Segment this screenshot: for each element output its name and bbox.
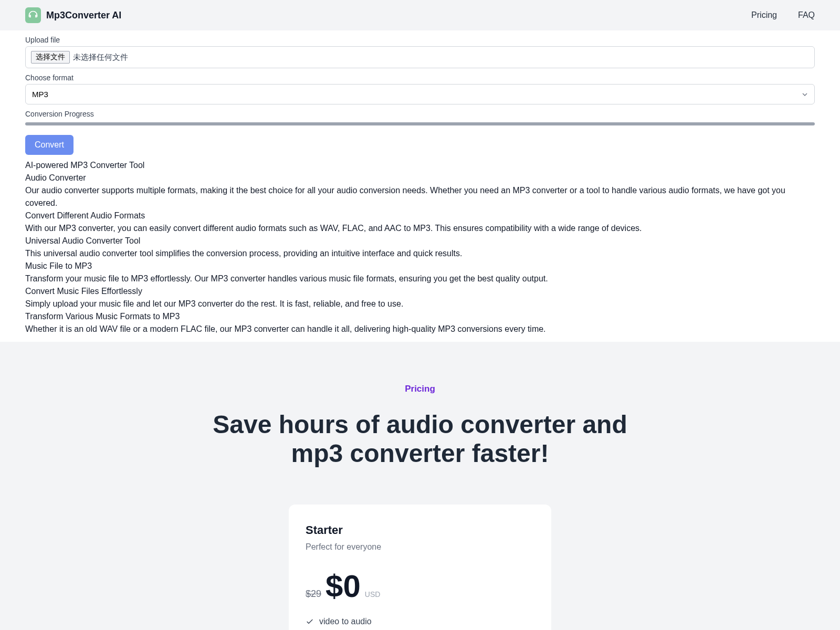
- currency: USD: [365, 590, 381, 598]
- old-price: $29: [306, 589, 321, 600]
- file-status-text: 未选择任何文件: [73, 52, 128, 62]
- brand[interactable]: Mp3Converter AI: [25, 7, 121, 23]
- section-title: Audio Converter: [25, 172, 815, 184]
- feature-text: video to audio: [319, 617, 372, 626]
- progress-bar: [25, 122, 815, 125]
- section-body: Simply upload your music file and let ou…: [25, 298, 815, 310]
- section-body: With our MP3 converter, you can easily c…: [25, 222, 815, 235]
- upload-label: Upload file: [25, 36, 815, 44]
- brand-name: Mp3Converter AI: [46, 10, 121, 21]
- price: $0: [326, 571, 361, 602]
- pricing-section: Pricing Save hours of audio converter an…: [0, 342, 840, 630]
- section-body: Transform your music file to MP3 effortl…: [25, 272, 815, 285]
- nav-faq[interactable]: FAQ: [798, 10, 815, 20]
- format-label: Choose format: [25, 74, 815, 82]
- section-title: Convert Different Audio Formats: [25, 209, 815, 222]
- file-input-container[interactable]: 选择文件 未选择任何文件: [25, 46, 815, 68]
- section-title: Universal Audio Converter Tool: [25, 235, 815, 247]
- info-content: AI-powered MP3 Converter Tool Audio Conv…: [25, 159, 815, 335]
- section-body: Whether it is an old WAV file or a moder…: [25, 323, 815, 335]
- feature-list: video to audio fast convert: [306, 617, 534, 630]
- section-body: Our audio converter supports multiple fo…: [25, 184, 815, 209]
- headphones-icon: [25, 7, 41, 23]
- progress-label: Conversion Progress: [25, 110, 815, 118]
- plan-name: Starter: [306, 523, 534, 537]
- check-icon: [306, 617, 314, 626]
- feature-item: video to audio: [306, 617, 534, 626]
- pricing-card-starter: Starter Perfect for everyone $29 $0 USD …: [289, 505, 551, 630]
- format-select[interactable]: MP3: [25, 84, 815, 104]
- page-title: AI-powered MP3 Converter Tool: [25, 159, 815, 172]
- convert-button[interactable]: Convert: [25, 135, 74, 155]
- main-content: Upload file 选择文件 未选择任何文件 Choose format M…: [0, 36, 840, 335]
- pricing-eyebrow: Pricing: [25, 384, 815, 394]
- pricing-title: Save hours of audio converter and mp3 co…: [184, 410, 656, 468]
- section-body: This universal audio converter tool simp…: [25, 247, 815, 260]
- choose-file-button[interactable]: 选择文件: [31, 51, 70, 64]
- app-header: Mp3Converter AI Pricing FAQ: [0, 0, 840, 30]
- plan-description: Perfect for everyone: [306, 542, 534, 552]
- price-row: $29 $0 USD: [306, 571, 534, 602]
- top-nav: Pricing FAQ: [751, 10, 815, 20]
- section-title: Music File to MP3: [25, 260, 815, 272]
- nav-pricing[interactable]: Pricing: [751, 10, 777, 20]
- section-title: Convert Music Files Effortlessly: [25, 285, 815, 298]
- section-title: Transform Various Music Formats to MP3: [25, 310, 815, 323]
